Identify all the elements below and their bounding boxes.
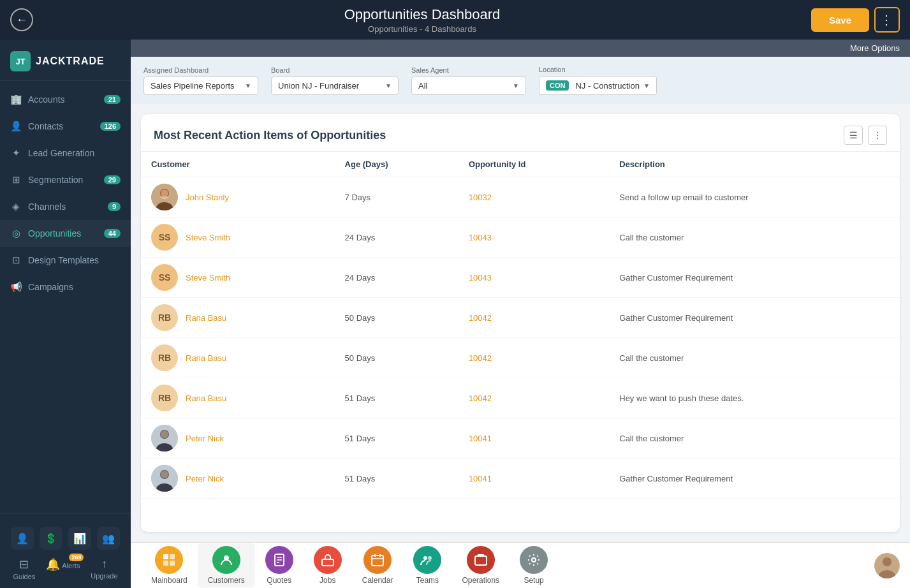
opportunity-id[interactable]: 10041	[469, 474, 492, 483]
svg-point-7	[161, 430, 168, 438]
customer-name[interactable]: John Stanly	[186, 193, 229, 202]
opportunity-id[interactable]: 10043	[469, 233, 492, 242]
assigned-dashboard-select[interactable]: Sales Pipeline Reports ▼	[143, 77, 258, 95]
location-select[interactable]: CON NJ - Construction ▼	[539, 76, 657, 95]
guides-icon: ⊟	[19, 557, 29, 571]
sidebar-item-campaigns[interactable]: 📢 Campaigns	[0, 274, 131, 300]
bottom-nav-item-mainboard[interactable]: Mainboard	[141, 543, 198, 587]
guides-label: Guides	[13, 573, 35, 580]
nav-label-opportunities: Opportunities	[28, 228, 81, 239]
cell-age: 51 Days	[335, 459, 459, 499]
cell-opp-id: 10043	[459, 217, 609, 258]
opportunity-id[interactable]: 10043	[469, 273, 492, 283]
sidebar-navigation: 🏢 Accounts 21 👤 Contacts 126 ✦ Lead Gene…	[0, 81, 131, 513]
nav-icon-design-templates: ⊡	[10, 254, 22, 266]
opportunity-id[interactable]: 10032	[469, 193, 492, 202]
bottom-nav-item-jobs[interactable]: Jobs	[304, 543, 352, 587]
back-button[interactable]: ←	[10, 8, 33, 31]
bottom-nav-item-operations[interactable]: Operations	[451, 543, 510, 587]
customer-name[interactable]: Rana Basu	[186, 313, 226, 323]
header-left: ←	[10, 8, 33, 31]
bottom-nav-icon-jobs	[314, 546, 342, 574]
alerts-label: Alerts	[62, 562, 80, 570]
sidebar-item-opportunities[interactable]: ◎ Opportunities 44	[0, 220, 131, 247]
avatar: RB	[151, 344, 178, 371]
location-label: Location	[539, 66, 657, 73]
sales-agent-select[interactable]: All ▼	[411, 77, 526, 95]
customer-name[interactable]: Rana Basu	[186, 353, 226, 363]
save-button[interactable]: Save	[811, 8, 869, 32]
opportunity-id[interactable]: 10042	[469, 393, 492, 403]
alerts-badge: 269	[69, 554, 84, 561]
sidebar-bottom: 👤 💲 📊 👥 ⊟ Guides 🔔 269 Alerts ↑ Upgrade	[0, 513, 131, 588]
bottom-nav-label-quotes: Quotes	[267, 576, 291, 585]
bottom-nav-label-operations: Operations	[462, 576, 499, 585]
sidebar-item-contacts[interactable]: 👤 Contacts 126	[0, 113, 131, 140]
opportunity-id[interactable]: 10042	[469, 353, 492, 363]
cell-customer: John Stanly	[141, 177, 335, 217]
sidebar-item-segmentation[interactable]: ⊞ Segmentation 29	[0, 166, 131, 193]
cell-opp-id: 10032	[459, 177, 609, 217]
bottom-nav-label-customers: Customers	[208, 576, 245, 585]
avatar: RB	[151, 304, 178, 331]
assigned-dashboard-chevron: ▼	[245, 82, 251, 89]
cell-customer: RB Rana Basu	[141, 298, 335, 338]
cell-age: 24 Days	[335, 258, 459, 298]
cell-description: Call the customer	[609, 338, 900, 378]
bottom-nav-item-customers[interactable]: Customers	[198, 543, 255, 587]
nav-badge-accounts: 21	[104, 95, 121, 104]
upgrade-action[interactable]: ↑ Upgrade	[91, 557, 117, 580]
sidebar-icon-1[interactable]: 👤	[11, 527, 34, 550]
customer-name[interactable]: Steve Smith	[186, 273, 230, 283]
bottom-navigation: Mainboard Customers Quotes Jobs Calendar…	[131, 542, 910, 588]
customer-name[interactable]: Peter Nick	[186, 434, 224, 443]
nav-label-lead-generation: Lead Generation	[28, 148, 94, 158]
table-container: Customer Age (Days) Opportunity Id Descr…	[141, 152, 900, 532]
guides-action[interactable]: ⊟ Guides	[13, 557, 35, 580]
table-row: RB Rana Basu 50 Days 10042 Gather Custom…	[141, 298, 900, 338]
sidebar: JT JACKTRADE 🏢 Accounts 21 👤 Contacts 12…	[0, 40, 131, 588]
bottom-nav-item-setup[interactable]: Setup	[510, 543, 558, 587]
upgrade-icon: ↑	[101, 557, 107, 571]
cell-age: 51 Days	[335, 378, 459, 418]
bottom-nav-item-teams[interactable]: Teams	[403, 543, 451, 587]
sidebar-item-design-templates[interactable]: ⊡ Design Templates	[0, 247, 131, 274]
sidebar-icon-2[interactable]: 💲	[40, 527, 62, 550]
svg-rect-14	[163, 561, 168, 566]
customer-name[interactable]: Steve Smith	[186, 233, 230, 242]
svg-point-29	[532, 558, 536, 562]
col-customer: Customer	[141, 152, 335, 177]
assigned-dashboard-filter: Assigned Dashboard Sales Pipeline Report…	[143, 66, 258, 95]
alerts-action[interactable]: 🔔 269 Alerts	[46, 557, 80, 580]
avatar	[151, 465, 178, 492]
nav-label-campaigns: Campaigns	[28, 282, 73, 292]
svg-point-31	[883, 557, 892, 566]
sidebar-bottom-icons: 👤 💲 📊 👥	[0, 522, 131, 555]
bottom-nav-item-quotes[interactable]: Quotes	[255, 543, 304, 587]
panel-list-view-button[interactable]: ☰	[844, 126, 863, 145]
panel-more-button[interactable]: ⋮	[868, 126, 887, 145]
cell-customer: Peter Nick	[141, 418, 335, 459]
sidebar-item-channels[interactable]: ◈ Channels 9	[0, 193, 131, 220]
opportunity-id[interactable]: 10041	[469, 434, 492, 443]
nav-icon-campaigns: 📢	[10, 281, 22, 293]
more-options-button[interactable]: ⋮	[874, 7, 900, 33]
user-avatar[interactable]	[874, 553, 900, 578]
cell-description: Call the customer	[609, 217, 900, 258]
board-select[interactable]: Union NJ - Fundraiser ▼	[271, 77, 399, 95]
opportunity-id[interactable]: 10042	[469, 313, 492, 323]
bottom-nav-icon-customers	[212, 546, 240, 574]
sidebar-icon-3[interactable]: 📊	[68, 527, 91, 550]
svg-rect-15	[170, 561, 175, 566]
customer-name[interactable]: Rana Basu	[186, 393, 226, 403]
header-center: Opportunities Dashboard Opportunities - …	[344, 6, 501, 34]
col-age: Age (Days)	[335, 152, 459, 177]
sidebar-item-lead-generation[interactable]: ✦ Lead Generation	[0, 140, 131, 166]
bottom-nav-item-calendar[interactable]: Calendar	[352, 543, 404, 587]
sidebar-item-accounts[interactable]: 🏢 Accounts 21	[0, 86, 131, 113]
bottom-nav-items: Mainboard Customers Quotes Jobs Calendar…	[141, 543, 558, 587]
sidebar-icon-4[interactable]: 👥	[97, 527, 120, 550]
more-options-bar: More Options	[131, 40, 910, 57]
table-row: Peter Nick 51 Days 10041 Gather Customer…	[141, 459, 900, 499]
customer-name[interactable]: Peter Nick	[186, 474, 224, 483]
